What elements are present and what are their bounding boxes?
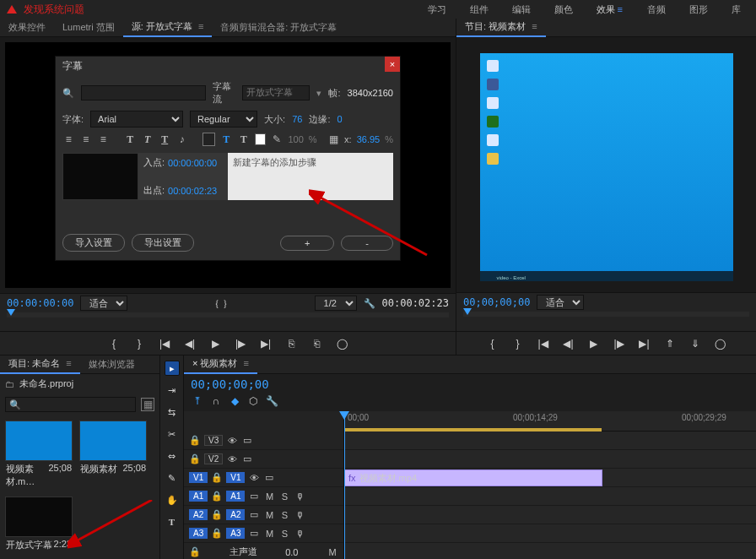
align-right-icon[interactable]: ≡: [97, 133, 110, 146]
overwrite-icon[interactable]: ⎗: [310, 337, 323, 350]
track-header-v2[interactable]: 🔒V2👁▭: [184, 450, 343, 469]
opacity-value[interactable]: 100: [288, 134, 303, 144]
toggle-output-icon[interactable]: 👁: [226, 435, 238, 447]
track-tag[interactable]: V3: [204, 435, 223, 446]
lock-icon[interactable]: 🔒: [189, 453, 201, 465]
stream-field[interactable]: 开放式字幕: [242, 85, 310, 100]
menu-edit[interactable]: 编辑: [504, 2, 539, 18]
filter-icon[interactable]: ▦: [141, 398, 154, 411]
linked-selection-icon[interactable]: ∩: [209, 394, 223, 408]
step-fwd-icon[interactable]: |▶: [613, 337, 626, 350]
track-tag[interactable]: V1: [226, 472, 245, 483]
track-tag[interactable]: A2: [226, 509, 245, 520]
timeline-tracks[interactable]: 00;00 00;00;14;29 00;00;29;29 fx视频素材.mp4: [344, 411, 756, 559]
lift-icon[interactable]: ⇑: [663, 337, 677, 350]
step-back-icon[interactable]: ◀|: [183, 337, 197, 350]
source-patch[interactable]: A2: [189, 509, 208, 520]
chevron-down-icon[interactable]: ▾: [316, 88, 321, 99]
track-tag[interactable]: V2: [204, 453, 223, 464]
import-settings-button[interactable]: 导入设置: [62, 234, 125, 252]
menu-audio[interactable]: 音频: [639, 2, 674, 18]
playhead-icon[interactable]: [463, 308, 472, 315]
program-mini-ruler[interactable]: [463, 312, 749, 317]
slip-tool-icon[interactable]: ⇔: [165, 448, 180, 464]
bracket-right-icon[interactable]: ｝: [223, 297, 232, 310]
panel-menu-icon[interactable]: ≡: [529, 21, 537, 31]
hand-tool-icon[interactable]: ✋: [165, 492, 180, 507]
tab-effect-controls[interactable]: 效果控件: [0, 19, 54, 36]
play-icon[interactable]: ▶: [587, 337, 601, 350]
playhead-icon[interactable]: [7, 309, 15, 316]
extract-icon[interactable]: ⇓: [688, 337, 702, 350]
remove-caption-button[interactable]: -: [341, 236, 393, 251]
track-header-a1[interactable]: A1🔒A1▭MS🎙: [184, 487, 343, 506]
panel-menu-icon[interactable]: ≡: [196, 21, 203, 31]
align-center-icon[interactable]: ≡: [80, 133, 93, 146]
menu-graphics[interactable]: 图形: [681, 2, 716, 18]
go-in-icon[interactable]: |◀: [158, 337, 171, 350]
size-value[interactable]: 76: [292, 114, 302, 124]
step-back-icon[interactable]: ◀|: [562, 337, 575, 350]
underline-icon[interactable]: T: [159, 133, 171, 146]
tab-audio-clip-mixer[interactable]: 音频剪辑混合器: 开放式字幕: [212, 19, 345, 36]
tab-sequence[interactable]: × 视频素材 ≡: [184, 355, 257, 374]
project-search-input[interactable]: [5, 397, 136, 412]
eyedropper-icon[interactable]: ✎: [271, 133, 284, 146]
tab-media-browser[interactable]: 媒体浏览器: [80, 355, 143, 373]
weight-select[interactable]: Regular: [190, 111, 257, 128]
wrench-icon[interactable]: 🔧: [265, 394, 278, 408]
snap-icon[interactable]: ⤒: [191, 394, 204, 408]
bold-icon[interactable]: T: [124, 133, 137, 146]
align-left-icon[interactable]: ≡: [62, 133, 75, 146]
program-preview[interactable]: video - Excel: [480, 53, 733, 281]
menu-library[interactable]: 库: [723, 2, 749, 18]
track-tag[interactable]: A1: [226, 491, 245, 502]
insert-icon[interactable]: ⎘: [284, 337, 298, 350]
workspace-menu-icon[interactable]: ≡: [618, 4, 624, 14]
mute-m-icon[interactable]: M: [263, 491, 275, 502]
lane-v2[interactable]: [344, 450, 756, 469]
edge-value[interactable]: 0: [337, 114, 342, 124]
text-color-icon[interactable]: T: [220, 133, 233, 146]
caption-text-input[interactable]: 新建字幕的添加步骤: [228, 153, 393, 200]
bracket-left-icon[interactable]: ｛: [210, 297, 219, 310]
lock-icon[interactable]: 🔒: [211, 509, 223, 521]
lane-master[interactable]: [344, 543, 756, 559]
music-note-icon[interactable]: ♪: [176, 133, 188, 146]
go-out-icon[interactable]: ▶|: [259, 337, 273, 350]
program-tc-left[interactable]: 00;00;00;00: [463, 296, 530, 308]
lane-v3[interactable]: [344, 431, 756, 450]
menu-learn[interactable]: 学习: [419, 2, 455, 18]
time-ruler[interactable]: 00;00 00;00;14;29 00;00;29;29: [344, 411, 756, 431]
track-tag[interactable]: A3: [226, 528, 245, 539]
tab-source-captions[interactable]: 源: 开放式字幕 ≡: [123, 18, 213, 37]
source-tc-left[interactable]: 00:00:00:00: [7, 297, 73, 309]
italic-icon[interactable]: T: [141, 133, 154, 146]
wrench-icon[interactable]: 🔧: [364, 298, 375, 309]
program-zoom-fit[interactable]: 适合: [537, 295, 584, 310]
solo-icon[interactable]: S: [278, 491, 290, 502]
tab-project[interactable]: 项目: 未命名 ≡: [0, 355, 80, 374]
lane-a3[interactable]: [344, 524, 756, 543]
go-out-icon[interactable]: ▶|: [638, 337, 651, 350]
track-select-tool-icon[interactable]: ⇥: [165, 383, 180, 398]
step-fwd-icon[interactable]: |▶: [234, 337, 247, 350]
bg-swatch[interactable]: [202, 133, 215, 146]
mute-icon[interactable]: ▭: [248, 491, 260, 502]
sync-lock-icon[interactable]: ▭: [241, 435, 253, 447]
timeline-clip[interactable]: fx视频素材.mp4: [344, 469, 602, 486]
mark-in-icon[interactable]: {: [107, 337, 121, 350]
lock-icon[interactable]: 🔒: [189, 546, 201, 558]
in-timecode[interactable]: 00:00:00:00: [168, 158, 217, 168]
track-header-a2[interactable]: A2🔒A2▭MS🎙: [184, 506, 343, 524]
caption-search-input[interactable]: [81, 85, 206, 100]
lock-icon[interactable]: 🔒: [211, 491, 223, 502]
tab-program[interactable]: 节目: 视频素材 ≡: [456, 18, 546, 37]
play-icon[interactable]: ▶: [208, 337, 222, 350]
stroke-color-icon[interactable]: T: [238, 133, 251, 146]
tab-lumetri-scopes[interactable]: Lumetri 范围: [54, 19, 123, 36]
track-header-a3[interactable]: A3🔒A3▭MS🎙: [184, 524, 343, 543]
position-grid-icon[interactable]: ▦: [327, 133, 340, 146]
asset-item[interactable]: 开放式字幕2:23: [5, 497, 73, 553]
mute-icon[interactable]: ▭: [248, 528, 260, 540]
